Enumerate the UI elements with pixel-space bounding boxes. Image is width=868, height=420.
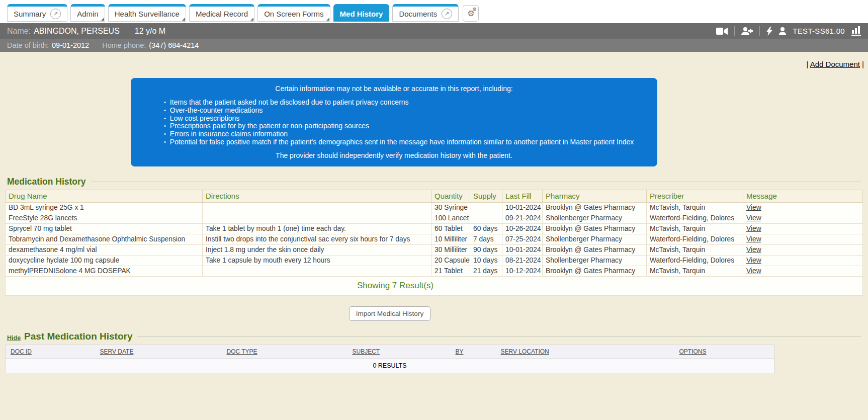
results-count: Showing 7 Result(s) bbox=[6, 276, 863, 295]
tab[interactable]: On Screen Forms ↗ bbox=[257, 4, 330, 22]
medication-history-header: Medication History bbox=[7, 177, 861, 187]
view-message-link[interactable]: View bbox=[746, 225, 761, 232]
table-row: 0 RESULTS bbox=[6, 358, 774, 373]
prescriber-cell: Waterford-Fielding, Dolores bbox=[647, 255, 743, 266]
view-message-link[interactable]: View bbox=[746, 235, 761, 243]
message-cell: View bbox=[743, 223, 863, 234]
empty-results: 0 RESULTS bbox=[6, 358, 774, 373]
divider bbox=[734, 26, 735, 36]
quantity-cell: 30 Milliliter bbox=[431, 244, 470, 255]
notice-footer: The provider should independently verify… bbox=[142, 151, 646, 159]
view-message-link[interactable]: View bbox=[746, 204, 761, 211]
last-fill-cell: 09-21-2024 bbox=[502, 213, 543, 223]
section-title: Past Medication History bbox=[24, 331, 132, 342]
patient-age-sex: 12 y/o M bbox=[135, 27, 165, 36]
prescriber-cell: McTavish, Tarquin bbox=[647, 244, 743, 255]
quantity-cell: 30 Syringe bbox=[431, 202, 470, 213]
directions-cell: Instill two drops into the conjunctival … bbox=[203, 234, 431, 244]
settings-gears-icon[interactable]: ⚙⚙ bbox=[463, 5, 479, 22]
tab-label: Health Surveillance bbox=[115, 10, 180, 18]
message-cell: View bbox=[743, 234, 863, 244]
column-header[interactable]: Directions bbox=[203, 190, 431, 202]
table-row: Sprycel 70 mg tablet Take 1 tablet by mo… bbox=[6, 223, 863, 234]
column-header[interactable]: Drug Name bbox=[6, 190, 203, 202]
lightning-icon[interactable] bbox=[766, 27, 772, 36]
tab[interactable]: Admin ↗ bbox=[70, 4, 105, 22]
column-header[interactable]: BY bbox=[451, 345, 496, 358]
dob-label: Date of birth: bbox=[7, 41, 49, 49]
directions-cell bbox=[203, 202, 431, 213]
tab-label: Medical Record bbox=[196, 10, 248, 18]
view-message-link[interactable]: View bbox=[746, 267, 761, 275]
import-medical-history-button[interactable]: Import Medical History bbox=[349, 306, 430, 321]
table-row: dexamethasone 4 mg/ml vial Inject 1.8 mg… bbox=[6, 244, 863, 255]
hide-link[interactable]: Hide bbox=[7, 334, 21, 342]
column-header[interactable]: SUBJECT bbox=[348, 345, 451, 358]
view-message-link[interactable]: View bbox=[746, 246, 761, 254]
patient-subheader-bar: Date of birth: 09-01-2012 Home phone: (3… bbox=[0, 39, 868, 52]
column-header[interactable]: Last Fill bbox=[502, 190, 543, 202]
last-fill-cell: 10-26-2024 bbox=[502, 223, 543, 234]
table-row: Tobramycin and Dexamethasone Ophthalmic … bbox=[6, 234, 863, 244]
column-header[interactable]: Prescriber bbox=[647, 190, 743, 202]
open-in-new-icon[interactable]: ↗ bbox=[50, 9, 61, 19]
last-fill-cell: 10-01-2024 bbox=[502, 202, 543, 213]
notice-title: Certain information may not be available… bbox=[142, 85, 646, 93]
name-label: Name: bbox=[7, 27, 31, 36]
column-header[interactable]: DOC TYPE bbox=[222, 345, 348, 358]
tab[interactable]: Summary ↗ bbox=[7, 4, 67, 22]
supply-cell bbox=[470, 213, 502, 223]
tab[interactable]: Health Surveillance ↗ bbox=[108, 4, 186, 22]
column-header[interactable]: Supply bbox=[470, 190, 502, 202]
tab-label: On Screen Forms bbox=[264, 10, 323, 18]
pharmacy-cell: Brooklyn @ Gates Pharmacy bbox=[543, 202, 647, 213]
add-person-icon[interactable] bbox=[741, 27, 753, 35]
directions-cell: Take 1 capsule by mouth every 12 hours bbox=[203, 255, 431, 266]
person-icon[interactable] bbox=[779, 27, 786, 35]
column-header[interactable]: Pharmacy bbox=[543, 190, 647, 202]
directions-cell: Inject 1.8 mg under the skin once daily bbox=[203, 244, 431, 255]
prescriber-cell: Waterford-Fielding, Dolores bbox=[647, 234, 743, 244]
column-header[interactable]: Message bbox=[743, 190, 863, 202]
quantity-cell: 20 Capsule bbox=[431, 255, 470, 266]
directions-cell bbox=[203, 213, 431, 223]
column-header[interactable]: OPTIONS bbox=[674, 345, 774, 358]
directions-cell bbox=[203, 266, 431, 276]
tab-label: Admin bbox=[77, 10, 99, 18]
pharmacy-cell: Brooklyn @ Gates Pharmacy bbox=[543, 223, 647, 234]
past-medication-history-header: Hide Past Medication History bbox=[7, 331, 861, 342]
notice-bullet: Prescriptions paid for by the patient or… bbox=[164, 122, 646, 130]
view-message-link[interactable]: View bbox=[746, 257, 761, 264]
disclaimer-notice: Certain information may not be available… bbox=[131, 78, 657, 166]
supply-cell: 60 days bbox=[470, 223, 502, 234]
column-header[interactable]: Quantity bbox=[431, 190, 470, 202]
drug-name-cell: doxycycline hyclate 100 mg capsule bbox=[6, 255, 203, 266]
quantity-cell: 60 Tablet bbox=[431, 223, 470, 234]
tab[interactable]: Medical Record ↗ bbox=[189, 4, 254, 22]
message-cell: View bbox=[743, 255, 863, 266]
video-camera-icon[interactable] bbox=[716, 28, 728, 35]
tab[interactable]: Documents ↗ bbox=[392, 4, 459, 22]
pharmacy-cell: Brooklyn @ Gates Pharmacy bbox=[543, 266, 647, 276]
notice-bullet: Items that the patient asked not be disc… bbox=[164, 99, 646, 107]
column-header[interactable]: SERV DATE bbox=[95, 345, 222, 358]
add-document-link[interactable]: Add Document bbox=[810, 60, 860, 68]
supply-cell: 90 days bbox=[470, 244, 502, 255]
table-row: methylPREDNISolone 4 MG DOSEPAK 21 Table… bbox=[6, 266, 863, 276]
view-message-link[interactable]: View bbox=[746, 214, 761, 222]
column-header[interactable]: DOC ID bbox=[6, 345, 95, 358]
medication-history-table: Drug NameDirectionsQuantitySupplyLast Fi… bbox=[5, 190, 863, 296]
table-row: FreeStyle 28G lancets 100 Lancet 09-21-2… bbox=[6, 213, 863, 223]
drug-name-cell: FreeStyle 28G lancets bbox=[6, 213, 203, 223]
table-row: BD 3mL syringe 25G x 1 30 Syringe 10-01-… bbox=[6, 202, 863, 213]
bar-chart-icon[interactable] bbox=[851, 26, 861, 36]
column-header[interactable]: SERV LOCATION bbox=[496, 345, 674, 358]
tab-label: Med History bbox=[340, 10, 383, 18]
section-title: Medication History bbox=[7, 177, 86, 187]
patient-name: ABINGDON, PERSEUS bbox=[34, 27, 120, 36]
tab[interactable]: Med History ↗ bbox=[333, 4, 390, 22]
supply-cell: 21 days bbox=[470, 266, 502, 276]
divider bbox=[137, 336, 861, 337]
open-in-new-icon[interactable]: ↗ bbox=[442, 9, 452, 19]
pharmacy-cell: Brooklyn @ Gates Pharmacy bbox=[543, 244, 647, 255]
